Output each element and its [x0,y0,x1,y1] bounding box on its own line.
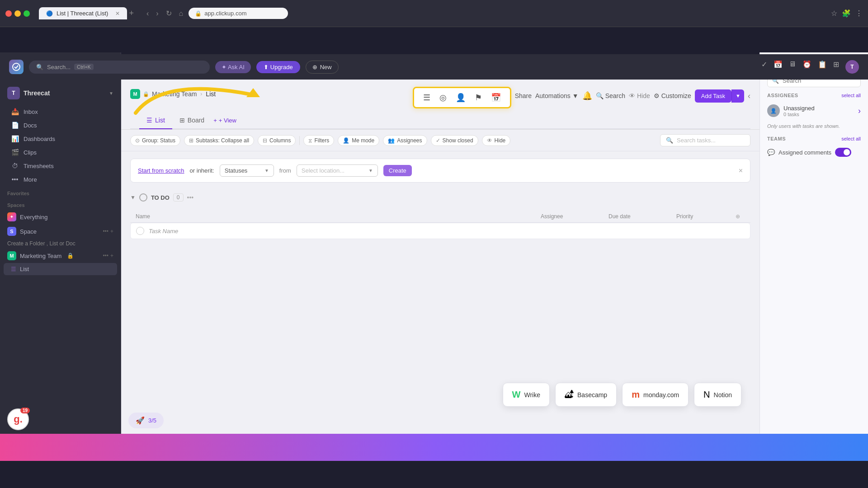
automations-button[interactable]: Automations ▼ [535,92,579,99]
sidebar-item-marketing-team[interactable]: M Marketing Team 🔒 ••• + [0,249,121,263]
marketing-add-icon[interactable]: + [110,253,113,259]
todo-collapse-icon[interactable]: ▼ [130,194,136,201]
close-window-button[interactable] [5,10,12,17]
collapse-icon[interactable]: ‹ [748,91,750,101]
customize-button[interactable]: ⚙ Customize [654,92,691,99]
filters-chip[interactable]: ⧖ Filters [303,135,334,146]
close-banner-button[interactable]: × [739,167,743,175]
hide-button[interactable]: 👁 Hide [629,92,650,99]
subtasks-chip[interactable]: ⊞ Subtasks: Collapse all [184,135,254,146]
space-s-icon: S [7,227,16,236]
location-dropdown[interactable]: Select location... ▼ [297,164,378,177]
sidebar-item-inbox[interactable]: 📥 Inbox [4,105,117,118]
task-row-placeholder[interactable]: Task Name [130,223,750,239]
search-tasks-input[interactable]: 🔍 Search tasks... [660,134,750,146]
create-folder-link[interactable]: Folder [29,240,45,247]
assignees-chip[interactable]: 👥 Assignees [383,135,427,146]
sidebar-item-clips[interactable]: 🎬 Clips [4,145,117,159]
toolbar-flag-icon[interactable]: ⚑ [475,93,482,103]
bookmark-button[interactable]: ☆ [831,9,837,18]
tab-list[interactable]: ☰ List [139,112,172,129]
import-app-basecamp[interactable]: 🏕 Basecamp [555,383,617,407]
address-bar[interactable]: 🔒 app.clickup.com [189,8,288,19]
app-logo[interactable] [9,60,24,74]
show-closed-chip[interactable]: ✓ Show closed [431,135,478,146]
extensions-button[interactable]: 🧩 [842,9,851,18]
workspace-header[interactable]: T Threecat ▼ [0,83,121,105]
statuses-dropdown[interactable]: Statuses ▼ [220,164,274,177]
add-view-button[interactable]: + + View [213,117,236,124]
new-button[interactable]: ⊕New [306,61,339,74]
select-all-teams-link[interactable]: select all [841,136,861,141]
create-list-link[interactable]: List [49,240,58,247]
home-button[interactable]: ⌂ [177,8,185,19]
start-from-scratch-link[interactable]: Start from scratch [138,167,184,174]
assigned-comments-toggle[interactable] [835,148,851,157]
notifications-icon[interactable]: ✓ [761,60,767,74]
import-app-monday[interactable]: m monday.com [622,383,689,407]
notification-bell-icon[interactable]: 🔔 [582,91,592,101]
docs-icon[interactable]: 📋 [818,60,827,74]
unassigned-icon: 👤 [770,108,777,114]
add-col-button[interactable]: ⊕ [731,213,745,220]
add-task-dropdown-button[interactable]: ▼ [731,89,744,103]
monday-label: monday.com [643,391,679,399]
group-status-chip[interactable]: ⊙ Group: Status [130,135,180,146]
task-area: Start from scratch or inherit: Statuses … [121,151,760,461]
minimize-window-button[interactable] [14,10,21,17]
sidebar-item-everything[interactable]: ✦ Everything [0,210,121,224]
sidebar-item-more[interactable]: ••• More [4,173,117,186]
forward-button[interactable]: › [154,8,160,19]
feature-prompt-button[interactable]: 🚀 3/5 [128,413,164,428]
right-panel: Assignees » 🔍 ASSIGNEES select all 👤 Una… [760,52,868,461]
screen-icon[interactable]: 🖥 [789,60,796,74]
reload-button[interactable]: ↻ [164,7,174,19]
user-avatar[interactable]: T [845,60,859,74]
clock-icon[interactable]: ⏰ [802,60,811,74]
sidebar-item-space[interactable]: S Space ••• + [0,224,121,239]
toolbar-list-icon[interactable]: ☰ [423,93,430,103]
g-avatar[interactable]: g. 19 [7,408,29,430]
task-name-placeholder[interactable]: Task Name [149,228,745,235]
active-tab[interactable]: 🔵 List | Threecat (List) ✕ [39,7,127,19]
space-more-icon[interactable]: ••• [103,228,108,235]
breadcrumb-workspace-item[interactable]: M 🔒 Marketing Team [130,89,197,99]
unassigned-toggle-icon[interactable]: › [858,106,861,116]
fullscreen-window-button[interactable] [24,10,30,17]
new-tab-button[interactable]: + [129,9,134,18]
todo-more-icon[interactable]: ••• [187,194,194,201]
create-doc-link[interactable]: Doc [66,240,75,247]
import-app-notion[interactable]: N Notion [694,383,741,407]
calendar-icon[interactable]: 📅 [774,60,783,74]
add-task-button[interactable]: Add Task [695,89,731,103]
back-button[interactable]: ‹ [145,8,151,19]
toolbar-user-icon[interactable]: 👤 [456,93,466,103]
select-all-assignees-link[interactable]: select all [841,93,861,98]
hide-chip[interactable]: 👁 Hide [482,135,511,146]
sidebar-item-dashboards[interactable]: 📊 Dashboards [4,132,117,145]
menu-button[interactable]: ⋮ [855,9,863,18]
share-button[interactable]: Share [515,92,532,99]
import-app-wrike[interactable]: W Wrike [503,383,550,407]
task-checkbox[interactable] [136,227,144,235]
sidebar-item-docs[interactable]: 📄 Docs [4,118,117,132]
columns-chip[interactable]: ⊟ Columns [258,135,296,146]
space-add-icon[interactable]: + [110,228,113,235]
global-search-bar[interactable]: 🔍 Search... Ctrl+K [29,61,210,74]
sidebar-item-list-active[interactable]: ☰ List [4,263,117,275]
toolbar-calendar-icon[interactable]: 📅 [491,93,501,103]
g-avatar-inner[interactable]: g. 19 [7,408,29,430]
grid-icon[interactable]: ⊞ [833,60,839,74]
ask-ai-button[interactable]: ✦ Ask AI [215,61,251,73]
marketing-more-icon[interactable]: ••• [103,253,108,259]
everything-icon: ✦ [7,212,16,221]
dropdown-arrow-icon: ▼ [264,168,269,173]
upgrade-button[interactable]: ⬆Upgrade [256,61,300,73]
toolbar-circle-icon[interactable]: ◎ [439,93,447,103]
me-mode-chip[interactable]: 👤 Me mode [338,135,379,146]
tab-board[interactable]: ⊞ Board [172,112,212,129]
view-tabs: ☰ List ⊞ Board + + View [130,112,750,129]
create-status-button[interactable]: Create [383,165,412,176]
sidebar-item-timesheets[interactable]: ⏱ Timesheets [4,159,117,173]
search-content-button[interactable]: 🔍 Search [596,92,625,99]
